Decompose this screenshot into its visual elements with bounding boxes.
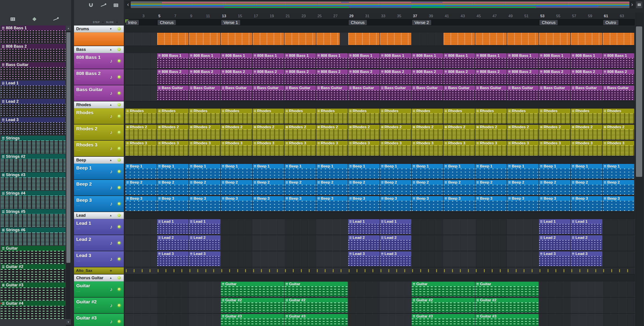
track-header[interactable]: Rhodes...♪ xyxy=(74,108,124,125)
collapse-arrow-down-icon[interactable]: ▼ xyxy=(110,27,112,30)
pattern-clip[interactable]: Rhodes 2 xyxy=(444,125,475,140)
pattern-clip[interactable]: Beep 2 xyxy=(348,180,380,195)
pattern-clip[interactable]: 808 Bass 2 xyxy=(603,69,634,84)
pattern-clip[interactable]: Rhodes xyxy=(444,109,475,123)
section-marker[interactable]: Outro xyxy=(603,20,618,25)
pattern-clip[interactable]: 808 Bass 1 xyxy=(603,53,634,68)
pattern-clip[interactable]: Beep 1 xyxy=(189,164,220,179)
pattern-clip[interactable]: Lead 3 xyxy=(571,251,602,266)
pattern-clip[interactable]: Lead 1 xyxy=(157,219,188,234)
scroll-left-icon[interactable] xyxy=(125,1,131,8)
pattern-clip[interactable]: Guitar xyxy=(412,282,475,297)
track-group-header[interactable]: Beep▲ xyxy=(74,157,124,164)
pattern-clip[interactable]: Beep 1 xyxy=(539,164,570,179)
pattern-clip[interactable]: Beep 3 xyxy=(380,196,412,211)
pattern-clip[interactable]: Rhodes xyxy=(539,109,570,123)
pattern-clip[interactable]: Guitar xyxy=(476,282,538,297)
pattern-scrollbar-thumb[interactable] xyxy=(66,32,70,263)
pattern-clip[interactable]: Rhodes 2 xyxy=(316,125,348,140)
pattern-clip[interactable]: 808 Bass 1 xyxy=(539,53,570,68)
pattern-clip[interactable]: 808 Bass 1 xyxy=(221,53,252,68)
pattern-item[interactable]: Strings xyxy=(1,136,66,154)
overview-range-thumb[interactable] xyxy=(131,1,630,8)
pattern-clip[interactable]: Beep 2 xyxy=(125,180,157,195)
pattern-clip[interactable]: Lead 2 xyxy=(571,235,602,250)
pattern-item[interactable]: Bass Guitar xyxy=(1,62,66,80)
scroll-right-icon[interactable] xyxy=(630,1,635,8)
track-header[interactable]: 808 Bass 2...♪ xyxy=(74,69,124,85)
pattern-clip[interactable]: Beep 3 xyxy=(253,196,284,211)
pattern-clip[interactable]: Beep 1 xyxy=(125,164,157,179)
pattern-clip[interactable]: Rhodes xyxy=(476,109,507,123)
pattern-clip[interactable]: 808 Bass 2 xyxy=(571,69,602,84)
track-mute-led[interactable] xyxy=(118,304,121,307)
pattern-clip[interactable]: 808 Bass 2 xyxy=(221,69,252,84)
pattern-clip[interactable]: 808 Bass 1 xyxy=(189,53,220,68)
pattern-clip[interactable]: 808 Bass 2 xyxy=(348,69,380,84)
pattern-clip[interactable]: Guitar #2 xyxy=(221,298,284,313)
track-header[interactable]: Lead 3...♪ xyxy=(74,251,124,267)
track-header[interactable]: Lead 1...♪ xyxy=(74,219,124,235)
pattern-clip[interactable]: Rhodes 2 xyxy=(603,125,634,140)
track-group-header[interactable]: Chorus Guitar▲ xyxy=(74,275,124,282)
pattern-item[interactable]: Guitar #3 xyxy=(1,283,66,301)
pattern-clip[interactable]: 808 Bass 2 xyxy=(157,69,188,84)
pattern-clip[interactable]: Rhodes xyxy=(157,109,188,123)
view-grid-icon[interactable] xyxy=(112,2,120,8)
track-mute-led[interactable] xyxy=(118,60,121,62)
pattern-clip[interactable]: Bass Guitar xyxy=(412,86,443,100)
collapse-arrow-up-icon[interactable]: ▲ xyxy=(110,103,112,106)
pattern-clip[interactable]: Lead 3 xyxy=(380,251,412,266)
steps-grid-icon[interactable] xyxy=(10,16,16,22)
pattern-clip[interactable]: Rhodes 2 xyxy=(539,125,570,140)
section-marker[interactable]: Chorus xyxy=(540,20,558,25)
pattern-clip[interactable]: Rhodes xyxy=(125,109,157,123)
track-group-header[interactable]: Lead▲ xyxy=(74,212,124,219)
pattern-clip[interactable] xyxy=(571,33,602,45)
section-marker[interactable]: Chorus xyxy=(349,20,367,25)
pattern-clip[interactable]: 808 Bass 1 xyxy=(444,53,475,68)
pattern-clip[interactable] xyxy=(189,33,220,45)
pattern-clip[interactable]: Beep 2 xyxy=(507,180,538,195)
pattern-item[interactable]: Strings #6 xyxy=(1,227,66,245)
pattern-clip[interactable]: Bass Guitar xyxy=(444,86,475,100)
pattern-clip[interactable]: Rhodes 3 xyxy=(284,141,316,156)
pattern-clip[interactable]: Bass Guitar xyxy=(348,86,380,100)
slide-led[interactable] xyxy=(116,21,118,23)
pattern-item[interactable]: Strings #2 xyxy=(1,154,66,172)
pattern-item[interactable]: Guitar xyxy=(1,246,66,264)
pattern-clip[interactable]: Lead 3 xyxy=(539,251,570,266)
pattern-clip[interactable]: Beep 2 xyxy=(284,180,316,195)
pattern-clip[interactable]: Guitar #2 xyxy=(412,298,475,313)
pattern-clip[interactable]: Beep 2 xyxy=(476,180,507,195)
pattern-clip[interactable]: Rhodes 3 xyxy=(380,141,412,156)
pattern-clip[interactable]: 808 Bass 2 xyxy=(189,69,220,84)
track-mute-led[interactable] xyxy=(118,242,121,245)
pattern-clip[interactable]: Rhodes 3 xyxy=(539,141,570,156)
pattern-clip[interactable] xyxy=(348,33,380,45)
pattern-clip[interactable]: Beep 2 xyxy=(603,180,634,195)
track-mute-led[interactable] xyxy=(118,288,121,291)
pattern-clip[interactable] xyxy=(539,33,570,45)
pattern-clip[interactable]: 808 Bass 2 xyxy=(284,69,316,84)
track-group-header[interactable]: Rhodes▲ xyxy=(74,101,124,108)
pattern-clip[interactable]: Beep 3 xyxy=(412,196,443,211)
pattern-clip[interactable]: Rhodes xyxy=(380,109,412,123)
track-mute-led[interactable] xyxy=(118,225,121,228)
pattern-item[interactable]: Strings #3 xyxy=(1,172,66,190)
collapse-arrow-up-icon[interactable]: ▲ xyxy=(110,159,112,162)
track-mute-led[interactable] xyxy=(118,186,121,189)
pattern-clip[interactable] xyxy=(157,33,188,45)
pattern-clip[interactable]: 808 Bass 1 xyxy=(348,53,380,68)
pattern-clip[interactable]: 808 Bass 2 xyxy=(476,69,507,84)
automation-slide-icon[interactable] xyxy=(52,16,59,22)
track-header[interactable]: Lead 2...♪ xyxy=(74,235,124,251)
pattern-clip[interactable]: Lead 1 xyxy=(571,219,602,234)
pattern-item[interactable]: Strings #5 xyxy=(1,209,66,227)
pattern-clip[interactable]: 808 Bass 1 xyxy=(476,53,507,68)
track-header[interactable]: 808 Bass 1...♪ xyxy=(74,53,124,69)
pattern-clip[interactable]: Beep 3 xyxy=(284,196,316,211)
pattern-clip[interactable]: Guitar #2 xyxy=(476,298,538,313)
pattern-clip[interactable]: Rhodes xyxy=(284,109,316,123)
pattern-clip[interactable] xyxy=(253,33,284,45)
